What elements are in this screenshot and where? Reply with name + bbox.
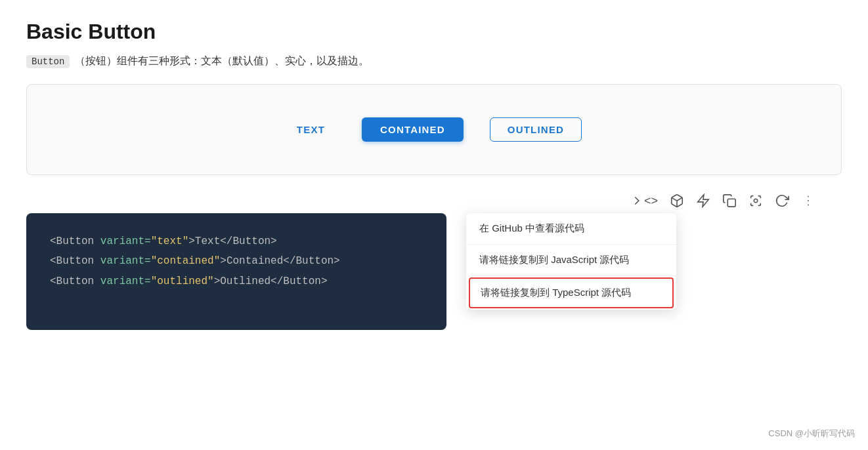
description-text: （按钮）组件有三种形式：文本（默认值）、实心，以及描边。 <box>75 54 369 68</box>
svg-point-6 <box>808 205 809 206</box>
code-block: <Button variant="text">Text</Button> <Bu… <box>26 213 446 330</box>
more-icon[interactable] <box>801 194 815 208</box>
code-icon[interactable]: <> <box>630 194 658 208</box>
screenshot-icon[interactable] <box>749 194 763 208</box>
outlined-button[interactable]: OUTLINED <box>490 117 582 142</box>
svg-point-5 <box>808 200 809 201</box>
dropdown-item-javascript[interactable]: 请将链接复制到 JavaScript 源代码 <box>466 245 676 276</box>
dropdown-item-github[interactable]: 在 GitHub 中查看源代码 <box>466 213 676 245</box>
text-button[interactable]: TEXT <box>286 119 336 140</box>
cube-icon[interactable] <box>670 194 684 208</box>
demo-box: TEXT CONTAINED OUTLINED <box>26 84 842 175</box>
lightning-icon[interactable] <box>696 194 710 208</box>
copy-icon[interactable] <box>722 194 737 208</box>
contained-button[interactable]: CONTAINED <box>362 117 464 142</box>
svg-point-3 <box>754 199 758 203</box>
page-title: Basic Button <box>26 20 842 44</box>
description-line: Button （按钮）组件有三种形式：文本（默认值）、实心，以及描边。 <box>26 54 842 68</box>
svg-point-4 <box>808 196 809 197</box>
svg-marker-1 <box>698 195 709 207</box>
dropdown-menu: 在 GitHub 中查看源代码 请将链接复制到 JavaScript 源代码 请… <box>466 213 676 310</box>
watermark: CSDN @小昕昕写代码 <box>768 428 855 440</box>
inline-code-button: Button <box>26 55 70 68</box>
content-row: <Button variant="text">Text</Button> <Bu… <box>26 213 842 330</box>
dropdown-item-typescript[interactable]: 请将链接复制到 TypeScript 源代码 <box>469 277 674 308</box>
refresh-icon[interactable] <box>775 194 789 208</box>
svg-rect-2 <box>727 199 735 207</box>
toolbar-row: <> <box>26 194 842 208</box>
